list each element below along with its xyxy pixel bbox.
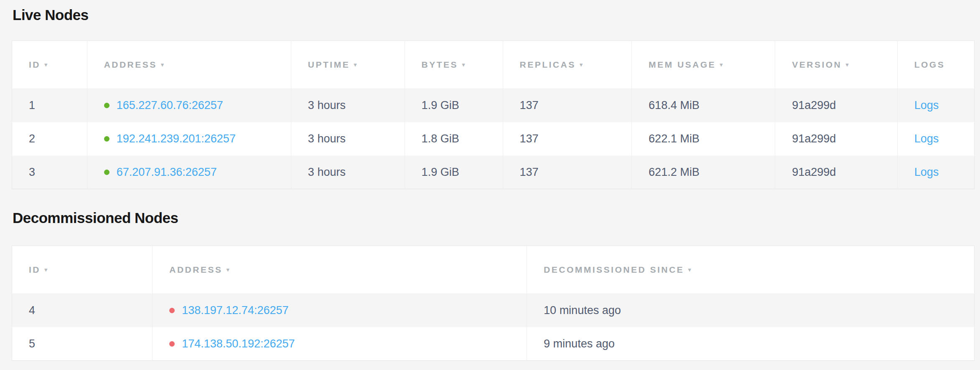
logs-link[interactable]: Logs (914, 99, 939, 112)
node-replicas-cell: 137 (503, 122, 632, 156)
sort-arrow-icon: ▾ (354, 61, 357, 68)
live-status-icon (104, 170, 109, 175)
node-mem-usage-cell: 621.2 MiB (632, 156, 775, 189)
node-replicas-cell: 137 (503, 89, 632, 122)
node-bytes-cell: 1.9 GiB (405, 89, 503, 122)
sort-arrow-icon: ▾ (44, 266, 48, 273)
nodes-page: Live Nodes ID▾ ADDRESS▾ UPTIME▾ BYTES▾ R… (0, 0, 980, 361)
column-header-label: ID (29, 265, 41, 274)
logs-link[interactable]: Logs (914, 132, 939, 145)
node-id-cell: 4 (12, 294, 153, 327)
node-logs-cell: Logs (897, 122, 974, 156)
live-nodes-table: ID▾ ADDRESS▾ UPTIME▾ BYTES▾ REPLICAS▾ ME… (12, 41, 975, 189)
table-row: 3 67.207.91.36:26257 3 hours 1.9 GiB 137… (12, 156, 975, 189)
node-id-cell: 1 (12, 89, 87, 122)
column-header-id[interactable]: ID▾ (12, 246, 153, 294)
decommissioned-nodes-title: Decommissioned Nodes (12, 210, 975, 226)
sort-arrow-icon: ▾ (161, 61, 164, 68)
node-address-link[interactable]: 192.241.239.201:26257 (117, 132, 236, 145)
column-header-label: BYTES (422, 60, 458, 69)
sort-arrow-icon: ▾ (845, 61, 849, 68)
sort-arrow-icon: ▾ (580, 61, 583, 68)
node-address-cell: 174.138.50.192:26257 (153, 327, 527, 361)
table-row: 5 174.138.50.192:26257 9 minutes ago (12, 327, 975, 361)
sort-arrow-icon: ▾ (720, 61, 723, 68)
node-version-cell: 91a299d (775, 156, 897, 189)
column-header-label: ADDRESS (104, 60, 157, 69)
decommissioned-status-icon (169, 308, 175, 313)
node-address-cell: 138.197.12.74:26257 (153, 294, 527, 327)
node-replicas-cell: 137 (503, 156, 632, 189)
column-header-id[interactable]: ID▾ (12, 41, 87, 89)
decommissioned-since-cell: 9 minutes ago (527, 327, 975, 361)
live-status-icon (104, 103, 109, 108)
sort-arrow-icon: ▾ (462, 61, 465, 68)
column-header-address[interactable]: ADDRESS▾ (153, 246, 527, 294)
node-logs-cell: Logs (897, 89, 974, 122)
column-header-address[interactable]: ADDRESS▾ (87, 41, 291, 89)
node-mem-usage-cell: 618.4 MiB (632, 89, 775, 122)
column-header-label: ID (29, 60, 41, 69)
node-address-cell: 67.207.91.36:26257 (87, 156, 291, 189)
table-row: 1 165.227.60.76:26257 3 hours 1.9 GiB 13… (12, 89, 975, 122)
live-status-icon (104, 136, 109, 142)
node-id-cell: 2 (12, 122, 87, 156)
node-bytes-cell: 1.9 GiB (405, 156, 503, 189)
live-nodes-header-row: ID▾ ADDRESS▾ UPTIME▾ BYTES▾ REPLICAS▾ ME… (12, 41, 975, 89)
node-address-cell: 192.241.239.201:26257 (87, 122, 291, 156)
decommissioned-nodes-header-row: ID▾ ADDRESS▾ DECOMMISSIONED SINCE▾ (12, 246, 975, 294)
node-bytes-cell: 1.8 GiB (405, 122, 503, 156)
column-header-label: ADDRESS (169, 265, 222, 274)
node-version-cell: 91a299d (775, 122, 897, 156)
node-version-cell: 91a299d (775, 89, 897, 122)
node-id-cell: 3 (12, 156, 87, 189)
decommissioned-since-cell: 10 minutes ago (527, 294, 975, 327)
node-address-link[interactable]: 174.138.50.192:26257 (182, 337, 295, 350)
decommissioned-status-icon (169, 341, 175, 347)
node-mem-usage-cell: 622.1 MiB (632, 122, 775, 156)
column-header-version[interactable]: VERSION▾ (775, 41, 897, 89)
column-header-label: UPTIME (308, 60, 350, 69)
node-address-link[interactable]: 67.207.91.36:26257 (117, 166, 217, 178)
sort-arrow-icon: ▾ (44, 61, 48, 68)
column-header-label: DECOMMISSIONED SINCE (544, 265, 684, 274)
node-logs-cell: Logs (897, 156, 974, 189)
decommissioned-nodes-table: ID▾ ADDRESS▾ DECOMMISSIONED SINCE▾ 4 138… (12, 246, 975, 361)
table-row: 4 138.197.12.74:26257 10 minutes ago (12, 294, 975, 327)
live-nodes-title: Live Nodes (12, 7, 975, 23)
node-uptime-cell: 3 hours (291, 156, 405, 189)
column-header-logs: LOGS (897, 41, 974, 89)
column-header-replicas[interactable]: REPLICAS▾ (503, 41, 632, 89)
table-row: 2 192.241.239.201:26257 3 hours 1.8 GiB … (12, 122, 975, 156)
column-header-mem-usage[interactable]: MEM USAGE▾ (632, 41, 775, 89)
column-header-label: LOGS (914, 60, 945, 69)
node-uptime-cell: 3 hours (291, 122, 405, 156)
logs-link[interactable]: Logs (914, 166, 939, 178)
node-address-cell: 165.227.60.76:26257 (87, 89, 291, 122)
sort-arrow-icon: ▾ (688, 266, 691, 273)
node-address-link[interactable]: 138.197.12.74:26257 (182, 304, 288, 317)
node-id-cell: 5 (12, 327, 153, 361)
column-header-uptime[interactable]: UPTIME▾ (291, 41, 405, 89)
node-uptime-cell: 3 hours (291, 89, 405, 122)
column-header-label: VERSION (792, 60, 842, 69)
column-header-decommissioned-since[interactable]: DECOMMISSIONED SINCE▾ (527, 246, 975, 294)
column-header-label: MEM USAGE (649, 60, 716, 69)
column-header-label: REPLICAS (520, 60, 576, 69)
sort-arrow-icon: ▾ (226, 266, 229, 273)
node-address-link[interactable]: 165.227.60.76:26257 (117, 99, 223, 112)
column-header-bytes[interactable]: BYTES▾ (405, 41, 503, 89)
